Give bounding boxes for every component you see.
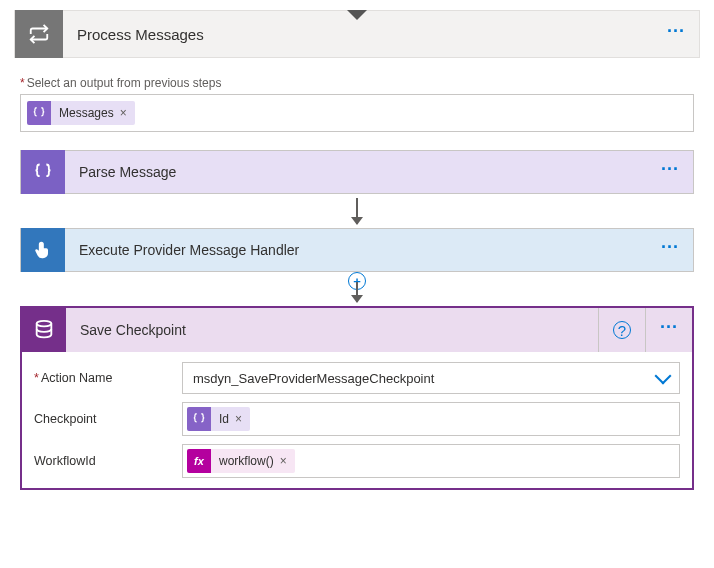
save-checkpoint-body: *Action Name msdyn_SaveProviderMessageCh… — [22, 352, 692, 488]
tap-icon — [21, 228, 65, 272]
loop-body: *Select an output from previous steps Me… — [14, 58, 700, 498]
loop-icon — [15, 10, 63, 58]
save-checkpoint-title: Save Checkpoint — [66, 308, 599, 352]
action-name-select[interactable]: msdyn_SaveProviderMessageCheckpoint — [182, 362, 680, 394]
action-name-label: *Action Name — [34, 371, 182, 385]
workflowid-label: WorkflowId — [34, 454, 182, 468]
help-button-wrap: ? — [599, 308, 646, 352]
save-checkpoint-step: Save Checkpoint ? ··· *Action Name msdyn… — [20, 306, 694, 490]
output-input[interactable]: Messages× — [20, 94, 694, 132]
parse-message-step[interactable]: Parse Message ··· — [20, 150, 694, 194]
braces-icon — [187, 407, 211, 431]
checkpoint-input[interactable]: Id× — [182, 402, 680, 436]
fx-icon: fx — [187, 449, 211, 473]
braces-icon — [21, 150, 65, 194]
loop-more-menu[interactable]: ··· — [653, 22, 699, 40]
parse-more-menu[interactable]: ··· — [647, 160, 693, 178]
svg-point-0 — [37, 321, 52, 327]
save-more-menu[interactable]: ··· — [646, 318, 692, 336]
braces-icon — [27, 101, 51, 125]
checkpoint-label: Checkpoint — [34, 412, 182, 426]
save-checkpoint-header[interactable]: Save Checkpoint ? ··· — [22, 308, 692, 352]
help-icon[interactable]: ? — [613, 321, 631, 339]
execute-provider-step[interactable]: Execute Provider Message Handler ··· — [20, 228, 694, 272]
workflowid-input[interactable]: fx workflow()× — [182, 444, 680, 478]
remove-token-icon[interactable]: × — [235, 412, 242, 426]
connector-arrow — [20, 194, 694, 228]
database-icon — [22, 308, 66, 352]
loop-title: Process Messages — [63, 26, 653, 43]
collapse-triangle-icon — [347, 10, 367, 20]
execute-provider-title: Execute Provider Message Handler — [65, 242, 647, 258]
parse-message-title: Parse Message — [65, 164, 647, 180]
remove-token-icon[interactable]: × — [120, 106, 127, 120]
execute-more-menu[interactable]: ··· — [647, 238, 693, 256]
remove-token-icon[interactable]: × — [280, 454, 287, 468]
output-label: *Select an output from previous steps — [20, 76, 694, 90]
connector-arrow-with-add: + — [20, 272, 694, 306]
chevron-down-icon — [655, 368, 672, 385]
workflow-fx-token[interactable]: fx workflow()× — [187, 449, 295, 473]
messages-token[interactable]: Messages× — [27, 101, 135, 125]
loop-header: Process Messages ··· — [14, 10, 700, 58]
id-token[interactable]: Id× — [187, 407, 250, 431]
